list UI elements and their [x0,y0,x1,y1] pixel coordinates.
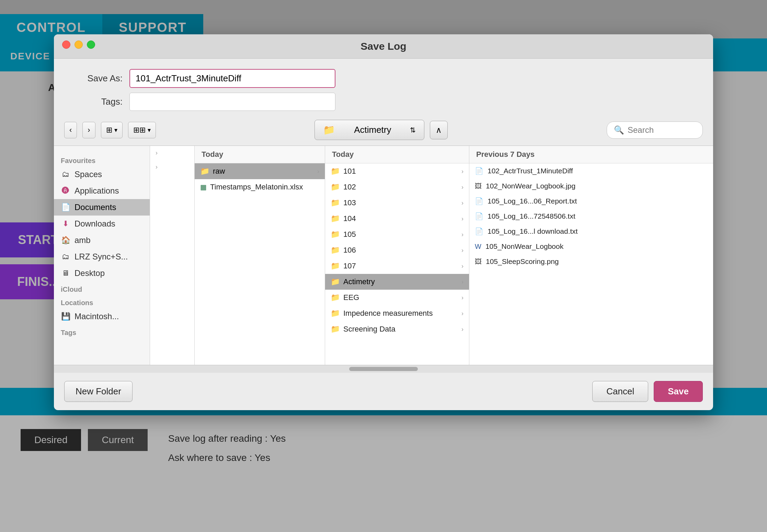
recent-item-2[interactable]: 📄 105_Log_16...06_Report.txt [469,194,713,209]
recent-label-1: 102_NonWear_Logbook.jpg [486,182,575,190]
recent-label-0: 102_ActrTrust_1MinuteDiff [488,167,573,175]
tags-section-title: Tags [54,325,150,338]
label-actimetry: Actimetry [343,277,375,286]
sidebar-macintosh-label: Macintosh... [75,312,119,321]
recent-item-5[interactable]: W 105_NonWear_Logbook [469,239,713,254]
label-101: 101 [343,167,356,176]
col1-item-timestamps[interactable]: ▦ Timestamps_Melatonin.xlsx [195,179,325,195]
col2-item-screening[interactable]: 📁Screening Data › [325,321,469,337]
recent-label-3: 105_Log_16...72548506.txt [488,212,575,220]
maximize-button[interactable] [87,41,95,49]
file-icon-3: 📄 [475,212,483,220]
minimize-button[interactable] [75,41,83,49]
img-icon-1: 🖼 [475,182,482,190]
timestamps-label: Timestamps_Melatonin.xlsx [210,183,303,192]
modal-footer: New Folder Cancel Save [54,373,713,410]
col2-item-eeg[interactable]: 📁EEG › [325,290,469,305]
folder-icon-107: 📁 [331,262,340,270]
recent-item-0[interactable]: 📄 102_ActrTrust_1MinuteDiff [469,163,713,178]
file-browser: Favourites 🗂 Spaces 🅐 Applications 📄 Doc… [54,146,713,365]
location-label: Actimetry [354,125,391,135]
folder-icon-eeg: 📁 [331,293,340,302]
tags-input[interactable] [129,93,335,111]
label-103: 103 [343,198,356,207]
save-as-input[interactable] [129,69,335,88]
col1-item-raw[interactable]: 📁 raw › [195,163,325,179]
label-106: 106 [343,246,356,255]
sidebar-item-amb[interactable]: 🏠 amb [54,232,150,248]
cancel-button[interactable]: Cancel [592,381,648,402]
sidebar-item-downloads[interactable]: ⬇ Downloads [54,216,150,232]
col2-item-107[interactable]: 📁107 › [325,258,469,274]
downloads-icon: ⬇ [61,219,70,228]
label-107: 107 [343,262,356,270]
locations-section-title: Locations [54,295,150,308]
desktop-icon: 🖥 [61,269,70,278]
label-impedence: Impedence measurements [343,309,433,318]
recent-label-6: 105_SleepScoring.png [486,257,559,266]
save-button[interactable]: Save [654,381,703,402]
sidebar-item-documents[interactable]: 📄 Documents [54,199,150,216]
modal-titlebar: Save Log [54,34,713,59]
search-input[interactable] [628,125,696,135]
location-button[interactable]: 📁 Actimetry ⇅ [314,120,424,140]
col2-item-103[interactable]: 📁103 › [325,195,469,211]
col1-header: Today [195,146,325,163]
col2-item-impedence[interactable]: 📁Impedence measurements › [325,305,469,321]
scrollbar-thumb[interactable] [349,367,418,371]
col2-item-104[interactable]: 📁104 › [325,211,469,227]
location-arrows: ⇅ [410,126,416,134]
back-button[interactable]: ‹ [64,122,77,138]
tags-label: Tags: [75,96,123,107]
col2-item-actimetry[interactable]: 📁Actimetry › [325,274,469,290]
file-icon-4: 📄 [475,227,483,235]
label-102: 102 [343,183,356,192]
view-columns-button[interactable]: ⊞ ▾ [101,122,123,138]
new-folder-button[interactable]: New Folder [64,381,133,402]
sidebar-applications-label: Applications [75,186,119,196]
save-as-row: Save As: [75,69,692,88]
sidebar-item-spaces[interactable]: 🗂 Spaces [54,166,150,183]
col3-header: Previous 7 Days [469,146,713,163]
col2-item-102[interactable]: 📁102 › [325,179,469,195]
sidebar-item-macintosh[interactable]: 💾 Macintosh... [54,308,150,325]
save-log-dialog: Save Log Save As: Tags: ‹ › ⊞ ▾ ⊞⊞ ▾ [54,34,713,410]
file-col-2: Today 📁101 › 📁102 › 📁103 › 📁104 › [325,146,469,365]
label-104: 104 [343,214,356,223]
raw-label: raw [213,167,225,176]
folder-icon-actimetry: 📁 [331,277,340,286]
sidebar-item-applications[interactable]: 🅐 Applications [54,183,150,199]
raw-chevron: › [317,168,319,175]
folder-icon-106: 📁 [331,246,340,255]
recent-label-5: 105_NonWear_Logbook [485,242,563,251]
modal-toolbar: ‹ › ⊞ ▾ ⊞⊞ ▾ 📁 Actimetry ⇅ ∧ [54,114,713,146]
folder-icon-102: 📁 [331,183,340,192]
location-chevron-button[interactable]: ∧ [430,121,448,139]
forward-button[interactable]: › [82,122,95,138]
window-controls [62,41,95,49]
col2-item-101[interactable]: 📁101 › [325,163,469,179]
sidebar-item-lrz[interactable]: 🗂 LRZ Sync+S... [54,248,150,265]
close-button[interactable] [62,41,70,49]
col0-item-2[interactable]: › [150,160,194,174]
search-icon: 🔍 [614,125,624,135]
file-col-3: Previous 7 Days 📄 102_ActrTrust_1MinuteD… [469,146,713,365]
folder-icon-101: 📁 [331,167,340,176]
sidebar-desktop-label: Desktop [75,268,105,278]
recent-item-3[interactable]: 📄 105_Log_16...72548506.txt [469,209,713,224]
col2-item-106[interactable]: 📁106 › [325,242,469,258]
img-icon-6: 🖼 [475,258,482,266]
col0-item-1[interactable]: › [150,146,194,160]
word-icon-5: W [475,243,481,251]
recent-item-4[interactable]: 📄 105_Log_16...l download.txt [469,224,713,239]
recent-item-6[interactable]: 🖼 105_SleepScoring.png [469,254,713,269]
footer-right-buttons: Cancel Save [592,381,703,402]
col2-item-105[interactable]: 📁105 › [325,227,469,242]
recent-item-1[interactable]: 🖼 102_NonWear_Logbook.jpg [469,178,713,194]
sidebar-item-desktop[interactable]: 🖥 Desktop [54,265,150,281]
grid-chevron: ▾ [148,126,151,134]
file-sidebar: Favourites 🗂 Spaces 🅐 Applications 📄 Doc… [54,146,150,365]
col0-chevron-2: › [156,163,158,171]
search-box: 🔍 [607,122,703,139]
view-icons-button[interactable]: ⊞⊞ ▾ [128,122,156,138]
